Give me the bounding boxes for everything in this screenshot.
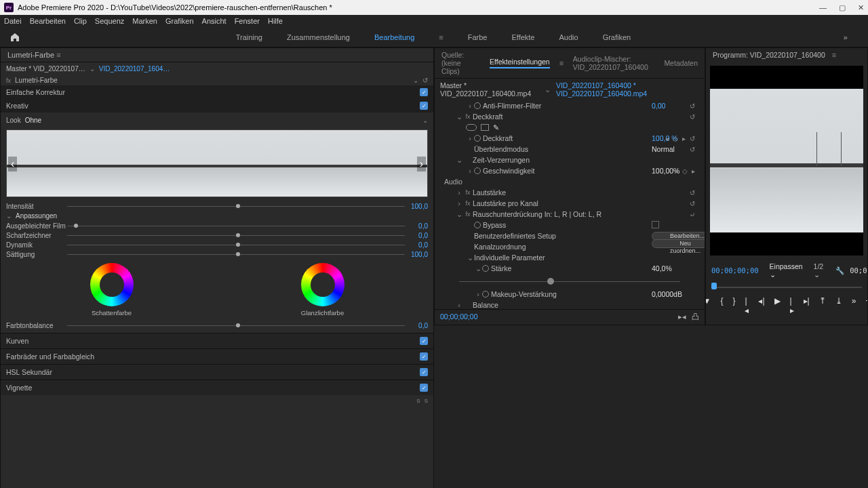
workspace-zusammenstellung[interactable]: Zusammenstellung xyxy=(287,33,350,41)
reset-icon[interactable]: ↺ xyxy=(690,102,695,110)
workspace-menu-icon[interactable]: ≡ xyxy=(439,33,443,41)
lum-footer-s1[interactable]: S xyxy=(416,398,420,404)
extract-icon[interactable]: ⤓ xyxy=(835,296,842,315)
reset-icon[interactable]: ↺ xyxy=(690,135,695,142)
fx-badge-icon[interactable]: fx xyxy=(463,113,473,120)
workspace-audio[interactable]: Audio xyxy=(559,33,578,41)
tab-audioclip-mischer[interactable]: Audioclip-Mischer: VID_20220107_160400 xyxy=(573,55,655,71)
reset-icon[interactable]: ↺ xyxy=(690,146,695,153)
menu-fenster[interactable]: Fenster xyxy=(235,17,260,25)
kurven-checkbox[interactable]: ✓ xyxy=(420,337,428,345)
val-anti-flimmer[interactable]: 0,00 xyxy=(652,102,665,110)
val-ueberblendmodus[interactable]: Normal ⌄ xyxy=(652,145,705,153)
lum-effect-select[interactable]: Lumetri-Farbe xyxy=(15,77,409,84)
add-key-icon[interactable]: ◇ xyxy=(673,135,678,142)
slider-ausgebleichter[interactable] xyxy=(67,222,405,230)
val-saettigung[interactable]: 100,0 xyxy=(405,251,428,258)
lift-icon[interactable]: ⤒ xyxy=(819,296,826,315)
section-kurven[interactable]: Kurven xyxy=(6,337,28,345)
panel-menu-icon[interactable]: ≡ xyxy=(832,51,836,59)
step-back-icon[interactable]: ◂| xyxy=(758,296,764,315)
menu-grafiken[interactable]: Grafiken xyxy=(165,17,194,25)
mark-out-icon[interactable]: } xyxy=(732,296,735,315)
ec-loop-icon[interactable]: 凸 xyxy=(692,312,699,322)
lum-clip-link[interactable]: VID_20220107_1604… xyxy=(99,65,170,73)
val-makeup[interactable]: 0,0000dB xyxy=(652,290,682,298)
slider-scharfzeichner[interactable] xyxy=(67,231,405,239)
add-marker-icon[interactable]: ▼ xyxy=(705,296,711,315)
chevron-down-icon[interactable]: ⌄ xyxy=(413,77,418,84)
maximize-button[interactable]: ▢ xyxy=(839,3,846,12)
program-video-view[interactable] xyxy=(710,66,863,256)
workspace-effekte[interactable]: Effekte xyxy=(511,33,534,41)
reset-icon[interactable]: ⤾ xyxy=(690,211,695,218)
val-dynamik[interactable]: 0,0 xyxy=(405,241,428,249)
mask-pen-icon[interactable]: ✎ xyxy=(493,123,499,131)
menu-marken[interactable]: Marken xyxy=(132,17,157,25)
val-ausgebleichter[interactable]: 0,0 xyxy=(405,222,428,230)
ec-clip-link[interactable]: VID_20220107_160400 * VID_20220107_16040… xyxy=(556,81,699,98)
mask-rect-icon[interactable] xyxy=(481,124,489,131)
program-scrubber[interactable] xyxy=(711,283,862,292)
panel-menu-icon[interactable]: ≡ xyxy=(56,51,60,59)
play-icon[interactable]: ▶ xyxy=(774,296,781,315)
minimize-button[interactable]: — xyxy=(819,3,827,12)
staerke-slider[interactable] xyxy=(459,275,680,287)
step-fwd-icon[interactable]: |▸ xyxy=(790,296,794,315)
reset-icon[interactable]: ↺ xyxy=(422,77,428,84)
ec-toggle-icon[interactable]: ▸◂ xyxy=(678,312,686,322)
tab-programm[interactable]: Programm: VID_20220107_160400 xyxy=(713,51,825,59)
panel-menu-icon[interactable]: ≡ xyxy=(559,59,564,67)
workspace-farbe[interactable]: Farbe xyxy=(468,33,488,41)
tab-effekteinstellungen[interactable]: Effekteinstellungen xyxy=(490,58,550,68)
mask-ellipse-icon[interactable] xyxy=(466,124,477,131)
zoom-fit-select[interactable]: Einpassen ⌄ xyxy=(770,262,803,279)
menu-bearbeiten[interactable]: Bearbeiten xyxy=(30,17,66,25)
keyframe-toggle-icon[interactable] xyxy=(482,291,489,298)
menu-datei[interactable]: Datei xyxy=(4,17,22,25)
fx-badge-icon[interactable]: fx xyxy=(463,189,473,196)
farbr-checkbox[interactable]: ✓ xyxy=(420,352,428,361)
fx-badge-icon[interactable]: fx xyxy=(6,77,11,84)
add-key-icon[interactable]: ◇ xyxy=(682,167,688,175)
section-vignette[interactable]: Vignette xyxy=(6,384,32,392)
slider-saettigung[interactable] xyxy=(67,250,405,258)
program-tc-current[interactable]: 00;00;00;00 xyxy=(711,266,759,274)
tab-quelle[interactable]: Quelle: (keine Clips) xyxy=(441,51,480,75)
fx-badge-icon[interactable]: fx xyxy=(463,211,473,218)
chevron-down-icon[interactable]: ⌄ xyxy=(545,85,551,94)
section-anpassungen[interactable]: Anpassungen xyxy=(16,212,57,220)
next-key-icon[interactable]: ▸ xyxy=(682,135,686,142)
home-icon[interactable] xyxy=(7,29,23,45)
reset-icon[interactable]: ↺ xyxy=(690,189,695,197)
wrench-icon[interactable]: 🔧 xyxy=(835,266,844,275)
section-einfache-korrektur[interactable]: Einfache Korrektur xyxy=(6,88,65,96)
go-out-icon[interactable]: ▸| xyxy=(804,296,810,315)
val-staerke[interactable]: 40,0% xyxy=(652,264,672,272)
neu-zuordnen-button[interactable]: Neu zuordnen... xyxy=(652,239,705,248)
menu-ansicht[interactable]: Ansicht xyxy=(202,17,226,25)
keyframe-toggle-icon[interactable] xyxy=(474,222,481,228)
section-kreativ[interactable]: Kreativ xyxy=(6,102,28,110)
val-intensitaet[interactable]: 100,0 xyxy=(405,203,428,210)
kreativ-enabled-checkbox[interactable]: ✓ xyxy=(420,102,428,110)
menu-sequenz[interactable]: Sequenz xyxy=(95,17,124,25)
keyframe-toggle-icon[interactable] xyxy=(482,265,489,272)
close-button[interactable]: ✕ xyxy=(858,3,864,12)
workspace-grafiken[interactable]: Grafiken xyxy=(603,33,631,41)
go-in-icon[interactable]: |◂ xyxy=(745,296,749,315)
val-farbtonbalance[interactable]: 0,0 xyxy=(405,322,428,329)
workspace-bearbeitung[interactable]: Bearbeitung xyxy=(374,33,414,41)
hsl-checkbox[interactable]: ✓ xyxy=(420,368,428,376)
next-key-icon[interactable]: ▸ xyxy=(692,167,695,175)
keyframe-toggle-icon[interactable] xyxy=(474,167,481,174)
menu-hilfe[interactable]: Hilfe xyxy=(268,17,283,25)
mark-in-icon[interactable]: { xyxy=(720,296,723,315)
tab-metadaten[interactable]: Metadaten xyxy=(664,59,698,67)
resolution-select[interactable]: 1/2 ⌄ xyxy=(814,262,824,279)
prev-look-icon[interactable]: ‹ xyxy=(8,157,17,171)
prev-key-icon[interactable]: ◂ xyxy=(665,135,669,142)
fx-badge-icon[interactable]: fx xyxy=(463,200,473,207)
slider-farbtonbalance[interactable] xyxy=(67,321,405,329)
val-scharfzeichner[interactable]: 0,0 xyxy=(405,232,428,239)
